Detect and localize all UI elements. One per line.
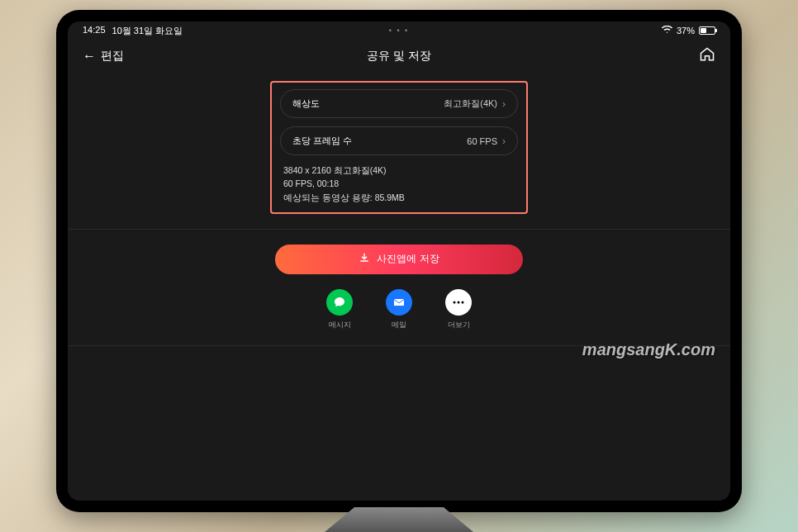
arrow-left-icon: ← xyxy=(83,49,96,64)
fps-value-wrap: 60 FPS › xyxy=(467,135,506,147)
resolution-value-wrap: 최고화질(4K) › xyxy=(444,97,506,110)
resolution-label: 해상도 xyxy=(292,97,320,110)
info-resolution: 3840 x 2160 최고화질(4K) xyxy=(283,164,518,177)
chevron-right-icon: › xyxy=(502,98,506,110)
more-icon xyxy=(445,289,472,316)
status-date: 10월 31일 화요일 xyxy=(112,25,183,37)
info-filesize: 예상되는 동영상 용량: 85.9MB xyxy=(283,191,518,204)
save-button-label: 사진앱에 저장 xyxy=(377,252,439,266)
export-settings-highlight: 해상도 최고화질(4K) › 초당 프레임 수 60 FPS › 3840 x … xyxy=(270,81,528,214)
wifi-icon xyxy=(662,26,672,36)
mail-label: 메일 xyxy=(392,320,406,330)
resolution-row[interactable]: 해상도 최고화질(4K) › xyxy=(280,89,518,118)
svg-rect-0 xyxy=(394,299,404,306)
resolution-value: 최고화질(4K) xyxy=(444,97,497,110)
download-icon xyxy=(359,252,370,266)
save-to-photos-button[interactable]: 사진앱에 저장 xyxy=(275,245,523,274)
share-more-button[interactable]: 더보기 xyxy=(445,289,472,330)
back-label: 편집 xyxy=(101,49,124,64)
tablet-frame: 14:25 10월 31일 화요일 • • • 37% ← 편집 공유 및 저장 xyxy=(56,10,742,512)
status-time: 14:25 xyxy=(83,25,106,37)
page-title: 공유 및 저장 xyxy=(367,49,431,64)
status-left: 14:25 10월 31일 화요일 xyxy=(83,25,183,37)
fps-row[interactable]: 초당 프레임 수 60 FPS › xyxy=(280,126,518,155)
back-button[interactable]: ← 편집 xyxy=(83,49,124,64)
fps-value: 60 FPS xyxy=(467,136,497,146)
watermark: mangsangK.com xyxy=(582,340,715,359)
messages-label: 메시지 xyxy=(329,320,351,330)
svg-point-1 xyxy=(454,301,456,303)
battery-pct: 37% xyxy=(677,26,695,36)
home-button[interactable] xyxy=(699,46,715,66)
export-info: 3840 x 2160 최고화질(4K) 60 FPS, 00:18 예상되는 … xyxy=(280,164,518,204)
fps-label: 초당 프레임 수 xyxy=(292,135,352,147)
status-bar: 14:25 10월 31일 화요일 • • • 37% xyxy=(68,21,730,40)
mail-icon xyxy=(386,289,412,316)
messages-icon xyxy=(326,289,353,316)
battery-icon xyxy=(699,26,715,35)
nav-bar: ← 편집 공유 및 저장 xyxy=(68,40,730,73)
content-area: 해상도 최고화질(4K) › 초당 프레임 수 60 FPS › 3840 x … xyxy=(68,73,730,369)
info-fps-duration: 60 FPS, 00:18 xyxy=(283,177,518,190)
screen: 14:25 10월 31일 화요일 • • • 37% ← 편집 공유 및 저장 xyxy=(68,21,730,501)
share-messages-button[interactable]: 메시지 xyxy=(326,289,353,330)
divider xyxy=(68,229,730,230)
share-mail-button[interactable]: 메일 xyxy=(386,289,412,330)
share-row: 메시지 메일 더보기 xyxy=(68,289,730,330)
status-dots: • • • xyxy=(389,26,409,35)
status-right: 37% xyxy=(662,26,715,36)
more-label: 더보기 xyxy=(448,320,470,330)
chevron-right-icon: › xyxy=(502,135,506,147)
svg-point-2 xyxy=(458,301,460,303)
svg-point-3 xyxy=(462,301,464,303)
